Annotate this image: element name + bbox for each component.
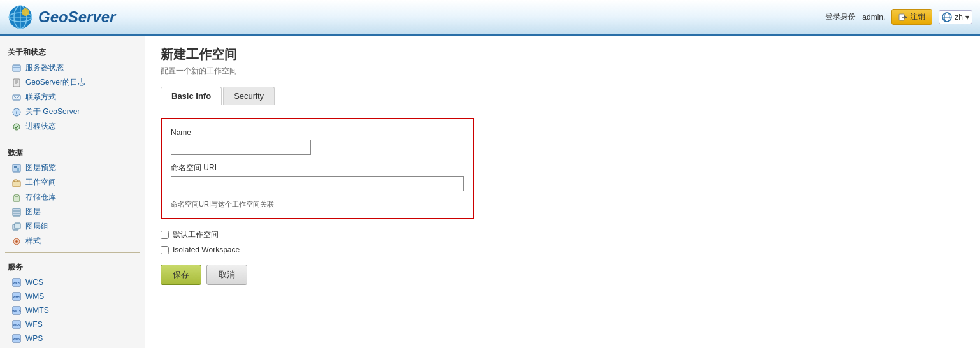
save-button[interactable]: 保存 — [161, 265, 201, 285]
svg-text:WFS: WFS — [13, 323, 20, 327]
sidebar-item-server-status[interactable]: 服务器状态 — [0, 61, 145, 75]
sidebar-divider-1 — [5, 138, 140, 138]
sidebar-label: WPS — [25, 334, 43, 343]
default-workspace-checkbox[interactable] — [161, 231, 169, 239]
sidebar-item-wms[interactable]: WMS WMS — [0, 289, 145, 303]
default-workspace-row: 默认工作空间 — [161, 229, 965, 240]
svg-rect-27 — [15, 194, 18, 196]
svg-rect-13 — [13, 79, 20, 87]
layers-icon — [11, 207, 22, 217]
sidebar-label: 关于 GeoServer — [25, 106, 80, 117]
workspace-icon — [11, 178, 22, 188]
isolated-workspace-row: Isolated Workspace — [161, 245, 965, 254]
tab-basic-info[interactable]: Basic Info — [161, 87, 222, 105]
sidebar-item-wmts[interactable]: WMTS WMTS — [0, 303, 145, 317]
isolated-workspace-checkbox[interactable] — [161, 246, 169, 254]
buttons-row: 保存 取消 — [161, 265, 965, 285]
sidebar-label: WFS — [25, 320, 43, 329]
cancel-button[interactable]: 取消 — [206, 265, 247, 285]
process-icon — [11, 122, 22, 132]
lang-dropdown-arrow: ▾ — [965, 13, 969, 22]
logout-button[interactable]: 注销 — [891, 9, 932, 25]
sidebar-section-title-services: 服务 — [0, 257, 145, 275]
svg-rect-28 — [13, 208, 20, 216]
sidebar-label: 样式 — [25, 236, 41, 247]
sidebar-divider-2 — [5, 252, 140, 253]
about-icon: i — [11, 107, 22, 117]
svg-point-34 — [15, 240, 18, 243]
sidebar-label: 图层预览 — [25, 163, 56, 173]
sidebar-item-wfs[interactable]: WFS WFS — [0, 317, 145, 331]
page-subtitle: 配置一个新的工作空间 — [161, 66, 965, 76]
sidebar-item-log[interactable]: GeoServer的日志 — [0, 75, 145, 90]
sidebar-item-styles[interactable]: 样式 — [0, 234, 145, 249]
svg-text:WMS: WMS — [13, 295, 21, 299]
svg-text:WPS: WPS — [13, 337, 20, 341]
sidebar-label: 服务器状态 — [25, 62, 64, 73]
sidebar-label: WMS — [25, 292, 44, 301]
sidebar-label: 工作空间 — [25, 177, 56, 188]
name-input[interactable] — [171, 140, 311, 155]
name-label: Name — [171, 128, 464, 137]
language-selector[interactable]: zh ▾ — [939, 10, 972, 24]
header-right: 登录身份 admin. 注销 zh ▾ — [825, 9, 972, 25]
sidebar-label: WMTS — [25, 306, 49, 315]
sidebar-item-contact[interactable]: 联系方式 — [0, 90, 145, 105]
sidebar-label: WCS — [25, 278, 43, 287]
sidebar-item-wps[interactable]: WPS WPS — [0, 331, 145, 345]
wcs-icon: WCS — [11, 277, 22, 287]
sidebar-label: 进程状态 — [25, 121, 56, 132]
sidebar-item-wcs[interactable]: WCS WCS — [0, 275, 145, 289]
sidebar-item-workspaces[interactable]: 工作空间 — [0, 175, 145, 190]
logo-text: GeoServer — [38, 8, 115, 26]
svg-text:WMTS: WMTS — [12, 310, 21, 313]
sidebar: 关于和状态 服务器状态 GeoServer的日志 联系方式 i 关于 GeoSe… — [0, 36, 145, 348]
svg-rect-32 — [15, 223, 20, 229]
store-icon — [11, 192, 22, 203]
layergroup-icon — [11, 222, 22, 232]
content-area: 新建工作空间 配置一个新的工作空间 Basic Info Security Na… — [145, 36, 980, 348]
svg-point-5 — [22, 8, 29, 16]
wmts-icon: WMTS — [11, 305, 22, 315]
isolated-workspace-label: Isolated Workspace — [173, 245, 240, 254]
tabs-container: Basic Info Security — [161, 87, 965, 105]
geoserver-logo-icon — [8, 4, 33, 30]
log-icon — [11, 78, 22, 88]
page-title: 新建工作空间 — [161, 46, 965, 63]
sidebar-item-layers[interactable]: 图层 — [0, 205, 145, 219]
wms-icon: WMS — [11, 291, 22, 301]
sidebar-label: 存储仓库 — [25, 192, 56, 203]
sidebar-label: 联系方式 — [25, 92, 56, 103]
namespace-uri-label: 命名空间 URI — [171, 163, 464, 173]
svg-rect-23 — [17, 168, 19, 171]
namespace-hint: 命名空间URI与这个工作空间关联 — [171, 200, 274, 208]
sidebar-section-title-data: 数据 — [0, 142, 145, 161]
wfs-icon: WFS — [11, 319, 22, 330]
main-layout: 关于和状态 服务器状态 GeoServer的日志 联系方式 i 关于 GeoSe… — [0, 36, 980, 348]
sidebar-item-process[interactable]: 进程状态 — [0, 119, 145, 134]
style-icon — [11, 236, 22, 247]
sidebar-item-about[interactable]: i 关于 GeoServer — [0, 105, 145, 119]
logout-icon — [898, 13, 907, 22]
lang-value: zh — [955, 13, 963, 22]
tab-security[interactable]: Security — [223, 87, 275, 105]
wps-icon: WPS — [11, 333, 22, 344]
svg-rect-25 — [14, 180, 17, 182]
logout-label: 注销 — [910, 11, 925, 22]
svg-rect-11 — [13, 65, 20, 71]
svg-text:WCS: WCS — [13, 281, 20, 285]
layer-preview-icon — [11, 163, 22, 173]
namespace-uri-input[interactable] — [171, 176, 464, 191]
default-workspace-label: 默认工作空间 — [173, 229, 219, 240]
sidebar-label: GeoServer的日志 — [25, 77, 85, 88]
server-status-icon — [11, 63, 22, 73]
sidebar-item-layer-preview[interactable]: 图层预览 — [0, 161, 145, 175]
contact-icon — [11, 92, 22, 103]
globe-icon — [942, 12, 952, 22]
sidebar-item-layer-groups[interactable]: 图层组 — [0, 219, 145, 234]
top-header: GeoServer 登录身份 admin. 注销 zh ▾ — [0, 0, 980, 36]
sidebar-item-stores[interactable]: 存储仓库 — [0, 190, 145, 205]
sidebar-label: 图层 — [25, 207, 41, 217]
sidebar-label: 图层组 — [25, 221, 48, 232]
logged-in-label: 登录身份 — [825, 11, 856, 22]
